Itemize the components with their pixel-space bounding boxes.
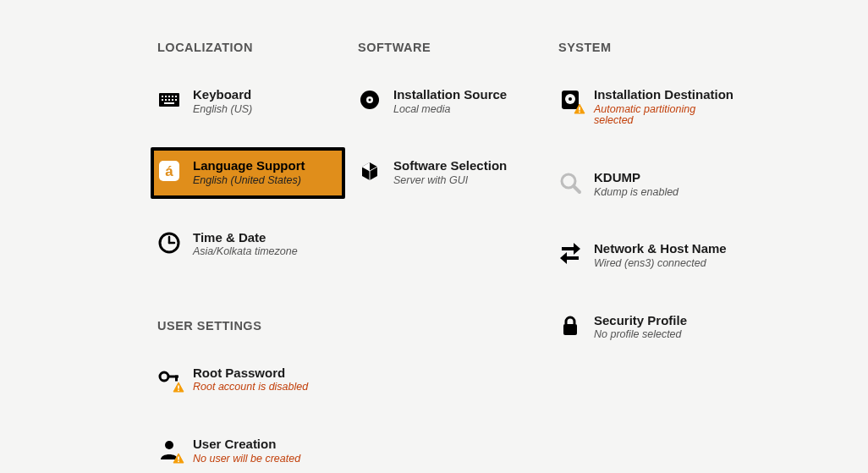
spoke-kdump[interactable]: KDUMP Kdump is enabled xyxy=(552,159,746,210)
spoke-installation-destination[interactable]: Installation Destination Automatic parti… xyxy=(552,76,746,139)
svg-rect-23 xyxy=(178,457,179,460)
spoke-user-creation[interactable]: User Creation No user will be created xyxy=(151,426,345,473)
keyboard-title: Keyboard xyxy=(193,88,252,102)
svg-rect-20 xyxy=(178,385,179,388)
svg-rect-21 xyxy=(178,389,179,391)
heading-user-settings: USER SETTINGS xyxy=(157,319,358,333)
user-icon xyxy=(157,437,181,461)
warning-icon xyxy=(173,453,184,465)
column-system: SYSTEM Installation Destination Automati… xyxy=(558,41,759,473)
hard-drive-icon xyxy=(558,88,582,112)
heading-system: SYSTEM xyxy=(558,41,759,54)
security-sub: No profile selected xyxy=(594,329,687,341)
installation-summary-hub: LOCALIZATION Keyboard English (US) á xyxy=(0,0,868,473)
heading-localization: LOCALIZATION xyxy=(157,41,358,54)
keyboard-sub: English (US) xyxy=(193,104,252,116)
svg-rect-31 xyxy=(579,107,580,111)
svg-rect-4 xyxy=(172,96,173,97)
spoke-language-support[interactable]: á Language Support English (United State… xyxy=(151,147,345,198)
svg-rect-11 xyxy=(164,102,174,104)
selection-sub: Server with GUI xyxy=(393,175,507,187)
svg-point-30 xyxy=(569,97,572,101)
kdump-title: KDUMP xyxy=(594,171,678,185)
svg-rect-35 xyxy=(563,324,577,335)
spoke-security-profile[interactable]: Security Profile No profile selected xyxy=(552,302,746,353)
svg-rect-2 xyxy=(165,96,167,97)
destination-title: Installation Destination xyxy=(594,88,736,102)
svg-rect-32 xyxy=(579,112,580,113)
svg-rect-10 xyxy=(175,99,177,101)
svg-rect-5 xyxy=(175,96,177,97)
source-title: Installation Source xyxy=(393,88,507,102)
svg-point-17 xyxy=(160,372,168,381)
language-sub: English (United States) xyxy=(193,175,305,187)
root-title: Root Password xyxy=(193,366,308,381)
warning-icon xyxy=(574,103,585,115)
svg-rect-19 xyxy=(175,375,178,381)
heading-software: SOFTWARE xyxy=(358,41,558,54)
svg-line-34 xyxy=(574,186,580,192)
timedate-title: Time & Date xyxy=(193,231,298,245)
svg-text:á: á xyxy=(165,163,173,179)
root-sub: Root account is disabled xyxy=(193,382,308,393)
disc-icon xyxy=(358,88,382,112)
network-sub: Wired (ens3) connected xyxy=(594,258,727,270)
svg-rect-8 xyxy=(168,99,170,101)
source-sub: Local media xyxy=(393,104,507,116)
spoke-time-date[interactable]: Time & Date Asia/Kolkata timezone xyxy=(151,219,345,270)
svg-point-27 xyxy=(369,99,371,102)
lock-icon xyxy=(558,314,582,338)
keyboard-icon xyxy=(157,88,181,112)
svg-rect-1 xyxy=(162,96,163,97)
security-title: Security Profile xyxy=(594,314,687,328)
user-creation-title: User Creation xyxy=(193,437,300,452)
user-creation-sub: No user will be created xyxy=(193,454,300,465)
destination-sub: Automatic partitioning selected xyxy=(594,104,736,128)
spoke-keyboard[interactable]: Keyboard English (US) xyxy=(151,76,345,127)
network-title: Network & Host Name xyxy=(594,242,727,256)
warning-icon xyxy=(173,382,184,393)
spoke-root-password[interactable]: Root Password Root account is disabled xyxy=(151,355,345,405)
kdump-sub: Kdump is enabled xyxy=(594,187,678,199)
column-localization-user: LOCALIZATION Keyboard English (US) á xyxy=(157,41,358,473)
svg-point-22 xyxy=(165,441,173,449)
spoke-software-selection[interactable]: Software Selection Server with GUI xyxy=(351,147,546,198)
svg-rect-3 xyxy=(168,96,170,97)
spoke-network-hostname[interactable]: Network & Host Name Wired (ens3) connect… xyxy=(552,230,746,281)
network-arrows-icon xyxy=(558,242,582,266)
key-icon xyxy=(157,366,181,390)
selection-title: Software Selection xyxy=(393,159,507,173)
package-icon xyxy=(358,159,382,183)
language-icon: á xyxy=(157,159,181,183)
magnifier-icon xyxy=(558,171,582,195)
svg-rect-6 xyxy=(162,99,163,101)
svg-rect-7 xyxy=(165,99,167,101)
svg-rect-24 xyxy=(178,461,179,463)
clock-icon xyxy=(157,231,181,255)
language-title: Language Support xyxy=(193,159,305,173)
timedate-sub: Asia/Kolkata timezone xyxy=(193,246,298,258)
svg-rect-9 xyxy=(172,99,173,101)
spoke-installation-source[interactable]: Installation Source Local media xyxy=(351,76,546,127)
column-software: SOFTWARE Installation Source Local media xyxy=(358,41,558,473)
